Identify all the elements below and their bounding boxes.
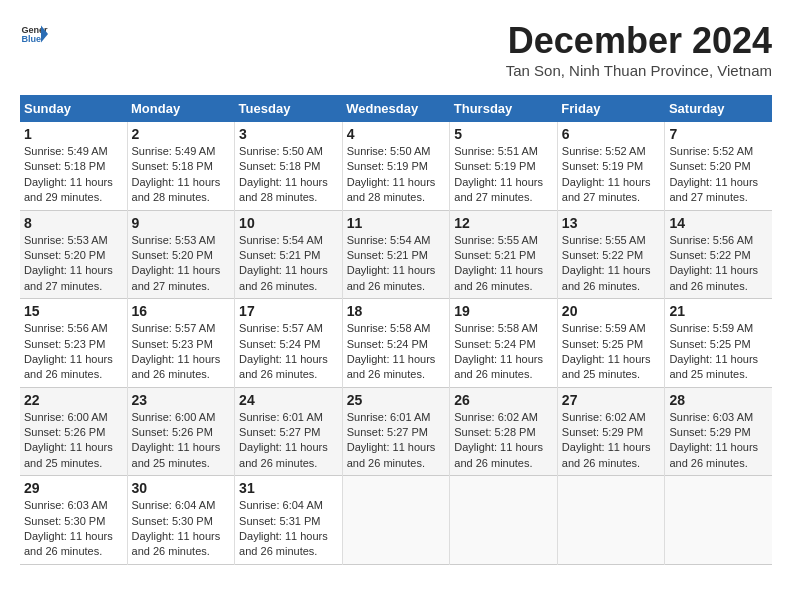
header-friday: Friday [557,95,665,122]
day-info: Sunrise: 5:50 AM Sunset: 5:19 PM Dayligh… [347,144,446,206]
day-cell: 12Sunrise: 5:55 AM Sunset: 5:21 PM Dayli… [450,210,558,299]
calendar-subtitle: Tan Son, Ninh Thuan Province, Vietnam [506,62,772,79]
day-info: Sunrise: 6:00 AM Sunset: 5:26 PM Dayligh… [132,410,231,472]
day-info: Sunrise: 5:53 AM Sunset: 5:20 PM Dayligh… [132,233,231,295]
day-info: Sunrise: 6:03 AM Sunset: 5:30 PM Dayligh… [24,498,123,560]
day-cell: 17Sunrise: 5:57 AM Sunset: 5:24 PM Dayli… [235,299,343,388]
day-info: Sunrise: 5:58 AM Sunset: 5:24 PM Dayligh… [454,321,553,383]
day-number: 26 [454,392,553,408]
day-number: 9 [132,215,231,231]
day-number: 30 [132,480,231,496]
day-cell [450,476,558,565]
week-row-4: 22Sunrise: 6:00 AM Sunset: 5:26 PM Dayli… [20,387,772,476]
calendar-table: SundayMondayTuesdayWednesdayThursdayFrid… [20,95,772,565]
day-info: Sunrise: 5:55 AM Sunset: 5:21 PM Dayligh… [454,233,553,295]
day-cell: 7Sunrise: 5:52 AM Sunset: 5:20 PM Daylig… [665,122,772,210]
day-cell: 21Sunrise: 5:59 AM Sunset: 5:25 PM Dayli… [665,299,772,388]
header-row: SundayMondayTuesdayWednesdayThursdayFrid… [20,95,772,122]
day-info: Sunrise: 5:59 AM Sunset: 5:25 PM Dayligh… [562,321,661,383]
day-number: 21 [669,303,768,319]
day-info: Sunrise: 5:57 AM Sunset: 5:23 PM Dayligh… [132,321,231,383]
day-number: 24 [239,392,338,408]
day-cell: 30Sunrise: 6:04 AM Sunset: 5:30 PM Dayli… [127,476,235,565]
day-cell: 13Sunrise: 5:55 AM Sunset: 5:22 PM Dayli… [557,210,665,299]
day-number: 5 [454,126,553,142]
day-info: Sunrise: 5:55 AM Sunset: 5:22 PM Dayligh… [562,233,661,295]
day-number: 20 [562,303,661,319]
svg-text:Blue: Blue [21,34,41,44]
day-cell: 10Sunrise: 5:54 AM Sunset: 5:21 PM Dayli… [235,210,343,299]
day-cell: 24Sunrise: 6:01 AM Sunset: 5:27 PM Dayli… [235,387,343,476]
day-info: Sunrise: 5:56 AM Sunset: 5:23 PM Dayligh… [24,321,123,383]
day-info: Sunrise: 5:57 AM Sunset: 5:24 PM Dayligh… [239,321,338,383]
day-cell: 8Sunrise: 5:53 AM Sunset: 5:20 PM Daylig… [20,210,127,299]
day-cell: 27Sunrise: 6:02 AM Sunset: 5:29 PM Dayli… [557,387,665,476]
day-info: Sunrise: 6:04 AM Sunset: 5:30 PM Dayligh… [132,498,231,560]
day-cell: 23Sunrise: 6:00 AM Sunset: 5:26 PM Dayli… [127,387,235,476]
page-header: General Blue December 2024 Tan Son, Ninh… [20,20,772,91]
day-info: Sunrise: 5:49 AM Sunset: 5:18 PM Dayligh… [132,144,231,206]
day-cell: 16Sunrise: 5:57 AM Sunset: 5:23 PM Dayli… [127,299,235,388]
day-number: 1 [24,126,123,142]
day-cell: 1Sunrise: 5:49 AM Sunset: 5:18 PM Daylig… [20,122,127,210]
day-cell: 2Sunrise: 5:49 AM Sunset: 5:18 PM Daylig… [127,122,235,210]
day-number: 2 [132,126,231,142]
day-cell: 5Sunrise: 5:51 AM Sunset: 5:19 PM Daylig… [450,122,558,210]
day-cell: 4Sunrise: 5:50 AM Sunset: 5:19 PM Daylig… [342,122,450,210]
week-row-2: 8Sunrise: 5:53 AM Sunset: 5:20 PM Daylig… [20,210,772,299]
day-number: 22 [24,392,123,408]
day-info: Sunrise: 6:04 AM Sunset: 5:31 PM Dayligh… [239,498,338,560]
header-sunday: Sunday [20,95,127,122]
week-row-1: 1Sunrise: 5:49 AM Sunset: 5:18 PM Daylig… [20,122,772,210]
day-cell: 11Sunrise: 5:54 AM Sunset: 5:21 PM Dayli… [342,210,450,299]
logo: General Blue [20,20,48,48]
day-number: 23 [132,392,231,408]
day-number: 25 [347,392,446,408]
day-number: 19 [454,303,553,319]
day-cell [342,476,450,565]
day-cell: 31Sunrise: 6:04 AM Sunset: 5:31 PM Dayli… [235,476,343,565]
day-cell: 26Sunrise: 6:02 AM Sunset: 5:28 PM Dayli… [450,387,558,476]
day-info: Sunrise: 6:02 AM Sunset: 5:29 PM Dayligh… [562,410,661,472]
day-cell: 20Sunrise: 5:59 AM Sunset: 5:25 PM Dayli… [557,299,665,388]
day-info: Sunrise: 5:56 AM Sunset: 5:22 PM Dayligh… [669,233,768,295]
day-info: Sunrise: 6:01 AM Sunset: 5:27 PM Dayligh… [239,410,338,472]
day-info: Sunrise: 5:54 AM Sunset: 5:21 PM Dayligh… [239,233,338,295]
day-number: 11 [347,215,446,231]
day-number: 16 [132,303,231,319]
day-number: 29 [24,480,123,496]
day-cell [665,476,772,565]
day-number: 6 [562,126,661,142]
day-number: 31 [239,480,338,496]
day-cell [557,476,665,565]
day-info: Sunrise: 5:50 AM Sunset: 5:18 PM Dayligh… [239,144,338,206]
day-number: 17 [239,303,338,319]
day-cell: 19Sunrise: 5:58 AM Sunset: 5:24 PM Dayli… [450,299,558,388]
day-info: Sunrise: 5:53 AM Sunset: 5:20 PM Dayligh… [24,233,123,295]
header-wednesday: Wednesday [342,95,450,122]
week-row-5: 29Sunrise: 6:03 AM Sunset: 5:30 PM Dayli… [20,476,772,565]
day-info: Sunrise: 5:58 AM Sunset: 5:24 PM Dayligh… [347,321,446,383]
day-info: Sunrise: 6:03 AM Sunset: 5:29 PM Dayligh… [669,410,768,472]
day-number: 3 [239,126,338,142]
day-number: 13 [562,215,661,231]
header-monday: Monday [127,95,235,122]
day-number: 12 [454,215,553,231]
day-number: 10 [239,215,338,231]
day-cell: 18Sunrise: 5:58 AM Sunset: 5:24 PM Dayli… [342,299,450,388]
day-cell: 15Sunrise: 5:56 AM Sunset: 5:23 PM Dayli… [20,299,127,388]
day-number: 15 [24,303,123,319]
day-cell: 25Sunrise: 6:01 AM Sunset: 5:27 PM Dayli… [342,387,450,476]
day-cell: 29Sunrise: 6:03 AM Sunset: 5:30 PM Dayli… [20,476,127,565]
header-tuesday: Tuesday [235,95,343,122]
day-info: Sunrise: 6:01 AM Sunset: 5:27 PM Dayligh… [347,410,446,472]
header-thursday: Thursday [450,95,558,122]
day-number: 7 [669,126,768,142]
day-cell: 28Sunrise: 6:03 AM Sunset: 5:29 PM Dayli… [665,387,772,476]
day-cell: 9Sunrise: 5:53 AM Sunset: 5:20 PM Daylig… [127,210,235,299]
day-number: 28 [669,392,768,408]
calendar-title: December 2024 [506,20,772,62]
day-info: Sunrise: 5:59 AM Sunset: 5:25 PM Dayligh… [669,321,768,383]
logo-icon: General Blue [20,20,48,48]
day-number: 8 [24,215,123,231]
